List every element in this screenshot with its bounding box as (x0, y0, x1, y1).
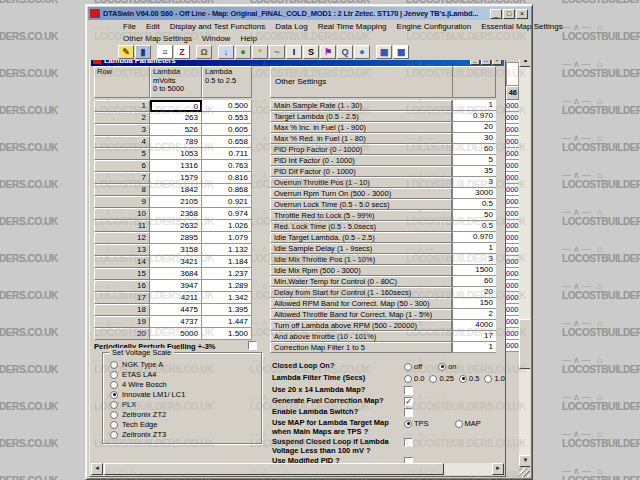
lambda-cell[interactable]: 0.605 (202, 124, 252, 136)
toolbar-run-icon[interactable]: ● (235, 45, 251, 59)
setting-value[interactable]: 3000 (452, 188, 496, 199)
setting-value[interactable]: 30 (452, 133, 496, 144)
row-number-cell[interactable]: 1 (94, 100, 150, 112)
mvolts-cell[interactable]: 263 (150, 112, 202, 124)
radio-0-25[interactable] (429, 375, 437, 383)
row-number-cell[interactable]: 7 (94, 172, 150, 184)
toolbar-flag-icon[interactable]: ⚑ (320, 45, 336, 59)
row-number-cell[interactable]: 5 (94, 148, 150, 160)
radio-zeitronix-zt2[interactable] (110, 411, 118, 419)
voltage-option-zeitronix-zt3[interactable]: Zeitronix ZT3 (110, 430, 166, 439)
mvolts-cell[interactable]: 3158 (150, 244, 202, 256)
radio-zeitronix-zt3[interactable] (110, 431, 118, 439)
voltage-option-4-wire-bosch[interactable]: 4 Wire Bosch (110, 380, 167, 389)
setting-value[interactable]: 150 (452, 298, 496, 309)
row-number-cell[interactable]: 10 (94, 208, 150, 220)
row-number-cell[interactable]: 20 (94, 328, 150, 340)
mvolts-cell[interactable]: 789 (150, 136, 202, 148)
radio-1-0[interactable] (484, 375, 492, 383)
setting-value[interactable]: 20 (452, 122, 496, 133)
lambda-close-button[interactable]: × (492, 60, 502, 65)
checkbox-use-20-x-14-lambda-map[interactable] (404, 386, 413, 395)
setting-value[interactable]: 4000 (452, 320, 496, 331)
lambda-cell[interactable]: 0.921 (202, 196, 252, 208)
row-number-cell[interactable]: 15 (94, 268, 150, 280)
mvolts-cell[interactable]: 0 (150, 100, 202, 112)
radio-0-0[interactable] (404, 375, 412, 383)
menu-other-map-settings[interactable]: Other Map Settings (118, 33, 197, 44)
voltage-option-plx[interactable]: PLX (110, 400, 136, 409)
lambda-cell[interactable]: 1.500 (202, 328, 252, 340)
lambda-cell[interactable]: 1.289 (202, 280, 252, 292)
row-number-cell[interactable]: 3 (94, 124, 150, 136)
setting-value[interactable]: 3 (452, 254, 496, 265)
minimize-button[interactable]: _ (490, 9, 502, 19)
perturb-fuelling-checkbox[interactable] (248, 341, 257, 350)
row-number-cell[interactable]: 19 (94, 316, 150, 328)
row-number-cell[interactable]: 13 (94, 244, 150, 256)
mvolts-cell[interactable]: 2895 (150, 232, 202, 244)
lambda-cell[interactable]: 1.026 (202, 220, 252, 232)
row-number-cell[interactable]: 4 (94, 136, 150, 148)
radio-option-1-0[interactable]: 1.0 (484, 374, 504, 383)
radio-0-5[interactable] (459, 375, 467, 383)
toolbar-lock-icon[interactable]: Ω (196, 45, 212, 59)
mvolts-cell[interactable]: 3947 (150, 280, 202, 292)
vertical-scrollbar[interactable]: ▲ ▼ (519, 60, 530, 467)
setting-value[interactable]: 20 (452, 287, 496, 298)
vertical-scroll-thumb[interactable] (519, 319, 530, 369)
menu-edit[interactable]: Edit (141, 21, 165, 32)
lambda-cell[interactable]: 1.447 (202, 316, 252, 328)
maximize-button[interactable]: □ (503, 9, 515, 19)
row-number-cell[interactable]: 6 (94, 160, 150, 172)
radio-option-0-25[interactable]: 0.25 (429, 374, 454, 383)
lambda-cell[interactable]: 0.868 (202, 184, 252, 196)
toolbar-large-map-icon[interactable]: ▦ (393, 45, 409, 59)
mvolts-cell[interactable]: 1316 (150, 160, 202, 172)
mvolts-cell[interactable]: 4737 (150, 316, 202, 328)
row-number-cell[interactable]: 8 (94, 184, 150, 196)
scroll-left-arrow[interactable]: ◄ (91, 463, 103, 475)
mvolts-cell[interactable]: 5000 (150, 328, 202, 340)
toolbar-small-map-icon[interactable]: ▦ (376, 45, 392, 59)
voltage-option-innovate-lm1-lc1[interactable]: Innovate LM1/ LC1 (110, 390, 185, 399)
setting-value[interactable]: 1500 (452, 265, 496, 276)
lambda-cell[interactable]: 1.132 (202, 244, 252, 256)
voltage-option-ngk-type-a[interactable]: NGK Type A (110, 360, 163, 369)
radio-option-on[interactable]: on (438, 362, 456, 371)
toolbar-mouse-icon[interactable]: ~ (269, 45, 285, 59)
close-button[interactable]: × (516, 9, 528, 19)
row-number-cell[interactable]: 9 (94, 196, 150, 208)
setting-value[interactable]: 1 (452, 342, 496, 353)
toolbar-world-map-icon[interactable]: ● (354, 45, 370, 59)
resize-grip[interactable] (519, 468, 530, 477)
mvolts-cell[interactable]: 2105 (150, 196, 202, 208)
menu-essential-map-settings[interactable]: Essential Map Settings (476, 21, 567, 32)
row-number-cell[interactable]: 2 (94, 112, 150, 124)
setting-value[interactable]: 1 (452, 100, 496, 111)
setting-value[interactable]: 60 (452, 144, 496, 155)
menu-real-time-mapping[interactable]: Real Time Mapping (313, 21, 392, 32)
mvolts-cell[interactable]: 4475 (150, 304, 202, 316)
lambda-cell[interactable]: 1.395 (202, 304, 252, 316)
lambda-maximize-button[interactable]: □ (481, 60, 491, 65)
radio-tech-edge[interactable] (110, 421, 118, 429)
row-number-cell[interactable]: 12 (94, 232, 150, 244)
lambda-cell[interactable]: 1.079 (202, 232, 252, 244)
toolbar-new-note-icon[interactable]: ✎ (118, 45, 134, 59)
toolbar-report-icon[interactable]: ≡ (157, 45, 173, 59)
menu-file[interactable]: File (118, 21, 141, 32)
mvolts-cell[interactable]: 3421 (150, 256, 202, 268)
radio-off[interactable] (404, 363, 412, 371)
radio-plx[interactable] (110, 401, 118, 409)
horizontal-scrollbar[interactable]: ◄ ► (91, 463, 504, 475)
setting-value[interactable]: 0.970 (452, 111, 496, 122)
mvolts-cell[interactable]: 3684 (150, 268, 202, 280)
setting-value[interactable]: 3 (452, 177, 496, 188)
menu-window[interactable]: Window (197, 33, 235, 44)
menu-data-log[interactable]: Data Log (270, 21, 312, 32)
radio-option-0-0[interactable]: 0.0 (404, 374, 424, 383)
lambda-cell[interactable]: 1.342 (202, 292, 252, 304)
radio-option-map[interactable]: MAP (455, 419, 481, 428)
lambda-cell[interactable]: 1.184 (202, 256, 252, 268)
